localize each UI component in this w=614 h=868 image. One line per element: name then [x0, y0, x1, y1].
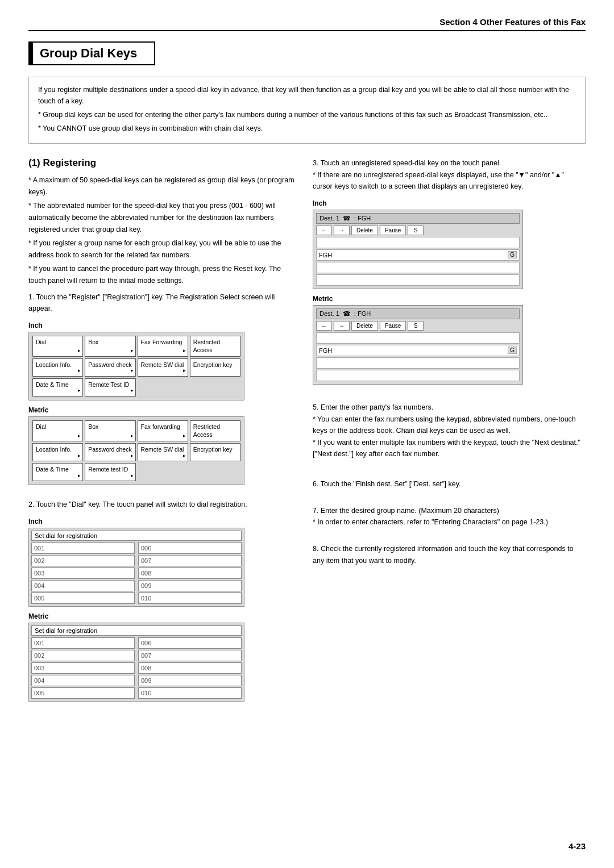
dial-row-003[interactable]: 003 [31, 567, 135, 579]
left-column: (1) Registering * A maximum of 50 speed-… [28, 157, 296, 707]
step8-block: 8. Check the currently registered inform… [313, 543, 586, 566]
chapter-title-text: Group Dial Keys [40, 46, 137, 60]
btn-box[interactable]: Box▸ [85, 336, 135, 357]
fax-header-inch: Dest. 1 ☎ : FGH [316, 213, 520, 224]
metric-btn-s[interactable]: S [408, 321, 424, 331]
dial-metric-col-right: 006 007 008 009 010 [138, 637, 242, 699]
dial-row-008[interactable]: 008 [138, 567, 242, 579]
dial-row-001[interactable]: 001 [31, 542, 135, 554]
dial-col-left: 001 002 003 004 005 [31, 542, 135, 604]
dial-metric-row-004[interactable]: 004 [31, 675, 135, 686]
metric-btn-pause[interactable]: Pause [380, 321, 406, 331]
dial-metric-row-009[interactable]: 009 [138, 675, 242, 686]
metric-btn-password-check[interactable]: Password check▸ [85, 443, 135, 461]
step7-block: 7. Enter the desired group name. (Maximu… [313, 505, 586, 528]
btn-delete[interactable]: Delete [351, 226, 378, 235]
fax-toolbar-inch: ← → Delete Pause S [316, 226, 520, 235]
btn-dial[interactable]: Dial▸ [32, 336, 83, 357]
metric-btn-grid: Dial▸ Box▸ Fax forwarding▸ Restricted Ac… [32, 420, 240, 481]
btn-restricted-access[interactable]: Restricted Access [190, 336, 240, 357]
metric-btn-remote-test-id[interactable]: Remote test ID▸ [85, 463, 135, 481]
step3-text: 3. Touch an unregistered speed-dial key … [313, 157, 586, 169]
step3-block: 3. Touch an unregistered speed-dial key … [313, 157, 586, 193]
dial-metric-row-002[interactable]: 002 [31, 650, 135, 661]
step5-note1: * You can enter the fax numbers using th… [313, 414, 586, 437]
metric-btn-left-arrow[interactable]: ← [316, 321, 332, 331]
inch-fax-panel: Dest. 1 ☎ : FGH ← → Delete Pause S FGHG [313, 210, 523, 289]
section1-bullets: * A maximum of 50 speed-dial keys can be… [28, 174, 296, 287]
dial-metric-panel: Set dial for registration 001 002 003 00… [28, 623, 244, 702]
btn-password-check[interactable]: Password check▸ [85, 358, 135, 377]
dial-row-006[interactable]: 006 [138, 542, 242, 554]
metric-label-1: Metric [28, 406, 296, 414]
step5-note2: * If you want to enter multiple fax numb… [313, 437, 586, 460]
dial-row-009[interactable]: 009 [138, 580, 242, 591]
btn-fax-forwarding[interactable]: Fax Forwarding▸ [138, 336, 188, 357]
btn-remote-test-id[interactable]: Remote Test ID▸ [85, 378, 135, 397]
btn-date-time[interactable]: Date & Time▸ [32, 378, 83, 397]
metric-btn-location-info[interactable]: Location Info.▸ [32, 443, 83, 461]
inch-registration-panel: Dial▸ Box▸ Fax Forwarding▸ Restricted Ac… [28, 332, 244, 400]
dial-col-right: 006 007 008 009 010 [138, 542, 242, 604]
btn-left-arrow[interactable]: ← [316, 226, 332, 235]
phone-icon: ☎ [343, 215, 351, 222]
dial-rows-container: 001 002 003 004 005 006 007 008 009 010 [31, 542, 242, 604]
dial-row-007[interactable]: 007 [138, 555, 242, 566]
dial-header-text: Set dial for registration [31, 531, 242, 541]
dial-metric-row-010[interactable]: 010 [138, 687, 242, 699]
metric-fax-row-3 [316, 357, 520, 369]
bullet-1: * The abbreviated number for the speed-d… [28, 200, 296, 235]
btn-s[interactable]: S [408, 226, 424, 235]
step7-note: * In order to enter characters, refer to… [313, 516, 586, 528]
fax-row-2: FGHG [316, 249, 520, 261]
dial-row-005[interactable]: 005 [31, 592, 135, 604]
main-content: (1) Registering * A maximum of 50 speed-… [28, 157, 586, 707]
metric-btn-fax-forwarding[interactable]: Fax forwarding▸ [138, 420, 188, 441]
fax-row-4 [316, 274, 520, 286]
fax-header-metric: Dest. 1 ☎ : FGH [316, 308, 520, 319]
btn-encryption-key[interactable]: Encryption key [190, 358, 240, 377]
dial-metric-row-005[interactable]: 005 [31, 687, 135, 699]
btn-location-info[interactable]: Location Info.▸ [32, 358, 83, 377]
right-inch-label: Inch [313, 199, 586, 207]
btn-pause[interactable]: Pause [380, 226, 406, 235]
chapter-title: Group Dial Keys [28, 41, 155, 65]
dial-metric-label: Metric [28, 612, 296, 620]
dial-inch-panel: Set dial for registration 001 002 003 00… [28, 528, 244, 607]
intro-line1: If you register multiple destinations un… [38, 84, 576, 107]
dial-metric-row-003[interactable]: 003 [31, 662, 135, 674]
dial-metric-row-006[interactable]: 006 [138, 637, 242, 649]
bullet-2: * If you register a group name for each … [28, 237, 296, 261]
fgh-label-inch: : FGH [354, 215, 371, 222]
dial-metric-row-001[interactable]: 001 [31, 637, 135, 649]
right-metric-label: Metric [313, 295, 586, 303]
fax-toolbar-metric: ← → Delete Pause S [316, 321, 520, 331]
step2-label: 2. Touch the "Dial" key. The touch panel… [28, 499, 296, 511]
phone-icon-metric: ☎ [343, 310, 351, 318]
metric-btn-right-arrow[interactable]: → [334, 321, 350, 331]
step2-text: 2. Touch the "Dial" key. The touch panel… [28, 499, 296, 511]
dial-metric-rows-container: 001 002 003 004 005 006 007 008 009 010 [31, 637, 242, 699]
btn-right-arrow[interactable]: → [334, 226, 350, 235]
intro-note2: * You CANNOT use group dial keys in comb… [38, 123, 576, 134]
metric-btn-encryption-key[interactable]: Encryption key [190, 443, 240, 461]
metric-fax-row-1 [316, 332, 520, 344]
dial-inch-label: Inch [28, 518, 296, 525]
intro-box: If you register multiple destinations un… [28, 77, 586, 144]
metric-btn-restricted-access[interactable]: Restricted Access [190, 420, 240, 441]
dial-row-010[interactable]: 010 [138, 592, 242, 604]
fax-rows-inch: FGHG [316, 237, 520, 286]
metric-btn-remote-sw-dial[interactable]: Remote SW dial▸ [138, 443, 188, 461]
dial-metric-row-008[interactable]: 008 [138, 662, 242, 674]
dial-row-002[interactable]: 002 [31, 555, 135, 566]
metric-btn-box[interactable]: Box▸ [85, 420, 135, 441]
dial-row-004[interactable]: 004 [31, 580, 135, 591]
btn-remote-sw-dial[interactable]: Remote SW dial▸ [138, 358, 188, 377]
dial-metric-row-007[interactable]: 007 [138, 650, 242, 661]
section1-title: (1) Registering [28, 157, 296, 169]
step1-text: 1. Touch the "Register" ["Registration"]… [28, 291, 296, 315]
metric-btn-date-time[interactable]: Date & Time▸ [32, 463, 83, 481]
dial-metric-col-left: 001 002 003 004 005 [31, 637, 135, 699]
metric-btn-dial[interactable]: Dial▸ [32, 420, 83, 441]
metric-btn-delete[interactable]: Delete [351, 321, 378, 331]
